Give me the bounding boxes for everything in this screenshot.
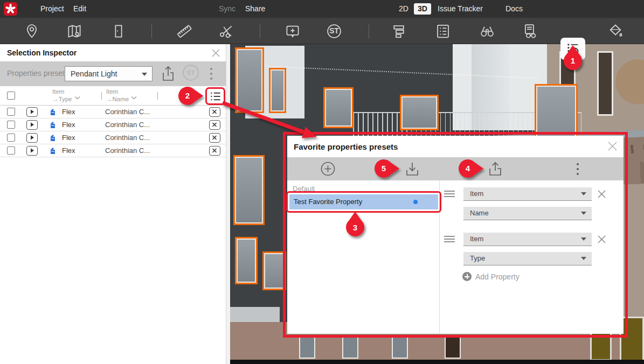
chevron-down-icon[interactable]	[131, 96, 137, 100]
section-cut-scissors-icon[interactable]	[218, 23, 234, 39]
search-properties-icon[interactable]	[522, 23, 538, 39]
map-icon[interactable]	[66, 23, 82, 39]
play-focus-button[interactable]	[26, 107, 38, 117]
row-checkbox[interactable]	[7, 134, 15, 142]
table-row[interactable]: Flex Corinthian C...	[0, 131, 230, 144]
export-icon[interactable]	[161, 65, 175, 82]
dropdown-value: Item	[470, 235, 483, 243]
table-row[interactable]: Flex Corinthian C...	[0, 106, 230, 118]
chevron-down-icon	[581, 192, 586, 195]
favorite-presets-dialog: Favorite properties presets Default Test…	[287, 136, 624, 334]
tab-docs[interactable]: Docs	[505, 0, 523, 18]
row-checkbox[interactable]	[7, 146, 15, 155]
stamp-st-icon[interactable]: ST	[326, 23, 342, 39]
close-icon[interactable]	[607, 141, 618, 151]
close-icon[interactable]	[211, 48, 220, 58]
tab-3d[interactable]: 3D	[414, 3, 431, 15]
import-icon[interactable]	[404, 161, 420, 177]
search-binoculars-icon[interactable]	[479, 23, 495, 39]
kebab-menu-icon[interactable]	[575, 162, 580, 176]
highlighted-window[interactable]	[233, 155, 265, 225]
header-divider	[101, 92, 102, 100]
column-item-type[interactable]: Item →Type	[52, 88, 72, 103]
remove-property-icon[interactable]	[597, 190, 606, 199]
tab-2d[interactable]: 2D	[399, 0, 408, 18]
panel-scrollbar[interactable]	[226, 44, 230, 364]
viewpoint-pin-icon[interactable]	[24, 23, 40, 39]
remove-row-button[interactable]	[209, 107, 220, 117]
select-all-checkbox[interactable]	[7, 92, 15, 100]
chevron-down-icon[interactable]	[74, 96, 80, 100]
properties-list-icon[interactable]	[435, 23, 451, 39]
header-divider	[157, 92, 158, 100]
cell-item-type: Flex	[62, 108, 75, 116]
door-icon[interactable]	[110, 23, 127, 39]
property-source-dropdown[interactable]: Item	[463, 187, 592, 201]
scene-door	[342, 335, 358, 359]
scene-door	[445, 335, 461, 359]
selection-inspector-button-active[interactable]	[560, 38, 585, 60]
remove-row-button[interactable]	[209, 146, 220, 156]
chevron-down-icon	[581, 257, 586, 260]
export-icon[interactable]	[487, 161, 503, 177]
col-line: Item	[106, 88, 129, 95]
scene-door	[392, 335, 408, 359]
col-line: Item	[52, 88, 72, 95]
remove-property-icon[interactable]	[597, 235, 606, 244]
table-header: Item →Type Item →Name	[0, 86, 230, 106]
cell-item-type: Flex	[62, 134, 75, 142]
row-checkbox[interactable]	[7, 121, 15, 129]
highlighted-window[interactable]	[235, 237, 258, 284]
highlighted-window[interactable]	[400, 95, 439, 130]
selected-preset-highlight-box	[286, 191, 441, 213]
tab-issue-tracker[interactable]: Issue Tracker	[438, 0, 483, 18]
property-source-dropdown[interactable]: Item	[463, 233, 592, 246]
app-window: Project Edit Sync Share 2D 3D Issue Trac…	[0, 0, 644, 364]
add-property-icon[interactable]	[462, 272, 472, 281]
remove-row-button[interactable]	[209, 133, 220, 143]
play-focus-button[interactable]	[26, 146, 38, 156]
app-logo-icon	[4, 2, 17, 16]
chevron-down-icon	[581, 237, 586, 241]
add-issue-icon[interactable]	[285, 23, 301, 39]
selection-inspector-panel: Selection Inspector Properties preset: P…	[0, 44, 230, 364]
menu-share[interactable]: Share	[245, 0, 265, 18]
remove-row-button[interactable]	[209, 120, 220, 130]
add-preset-icon[interactable]	[321, 162, 335, 176]
dialog-toolbar	[287, 157, 624, 180]
highlighted-window[interactable]	[269, 68, 286, 113]
drag-handle[interactable]	[444, 236, 455, 242]
table-row[interactable]: Flex Corinthian C...	[0, 144, 230, 157]
main-toolbar: ST	[0, 18, 644, 44]
appearance-paint-icon[interactable]	[607, 23, 624, 39]
properties-preset-dropdown[interactable]: Pendant Light	[65, 66, 153, 81]
row-checkbox[interactable]	[7, 108, 15, 116]
svg-text:ST: ST	[329, 27, 339, 35]
play-focus-button[interactable]	[26, 120, 38, 130]
element-type-icon	[49, 134, 57, 142]
highlighted-window[interactable]	[323, 87, 354, 128]
selection-table: Flex Corinthian C... Flex Corinthian C..…	[0, 106, 230, 157]
dialog-title: Favorite properties presets	[294, 142, 398, 151]
property-field-dropdown[interactable]: Type	[463, 252, 592, 265]
drag-handle[interactable]	[444, 191, 455, 197]
column-item-name[interactable]: Item →Name	[106, 88, 129, 103]
play-focus-button[interactable]	[26, 133, 38, 143]
chevron-down-icon	[142, 73, 147, 76]
measure-ruler-icon[interactable]	[176, 23, 192, 39]
menu-project[interactable]: Project	[40, 0, 64, 18]
st-stamp-badge: ST	[182, 64, 199, 81]
object-tree-icon[interactable]	[391, 23, 407, 39]
kebab-menu-icon[interactable]	[209, 67, 214, 81]
property-field-dropdown[interactable]: Name	[463, 207, 592, 220]
add-property-label[interactable]: Add Property	[475, 272, 520, 281]
toolbar-divider	[151, 24, 152, 38]
menu-edit[interactable]: Edit	[73, 0, 86, 18]
selection-inspector-icon	[565, 41, 580, 57]
table-row[interactable]: Flex Corinthian C...	[0, 118, 230, 131]
col-line: →Type	[52, 95, 72, 103]
cell-item-type: Flex	[62, 121, 75, 129]
cell-item-type: Flex	[62, 146, 75, 155]
svg-text:ST: ST	[187, 69, 195, 76]
highlighted-window[interactable]	[235, 47, 264, 113]
